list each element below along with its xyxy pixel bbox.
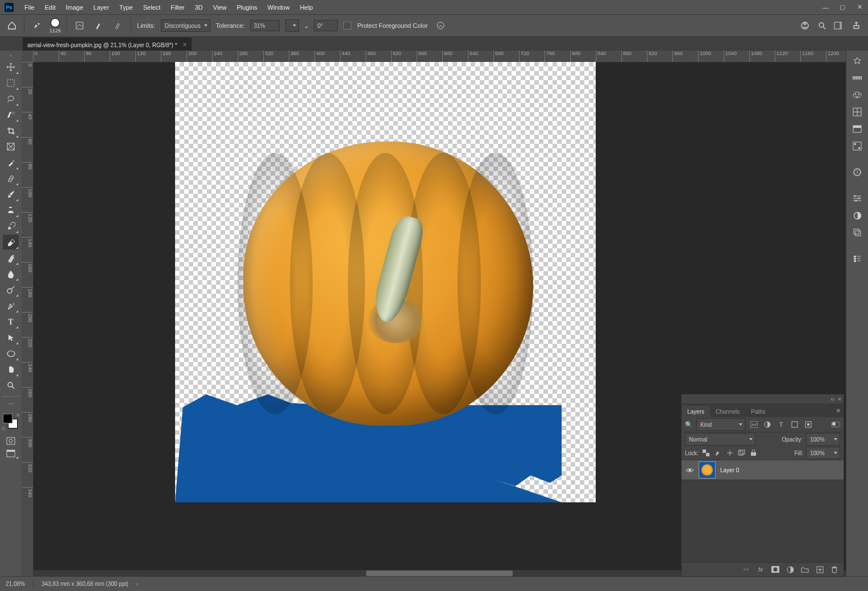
menu-edit[interactable]: Edit bbox=[40, 4, 61, 11]
layer-mask-icon[interactable] bbox=[771, 565, 780, 574]
menu-file[interactable]: File bbox=[19, 4, 40, 11]
minimize-button[interactable]: — bbox=[817, 2, 834, 13]
clone-stamp-tool[interactable] bbox=[3, 203, 19, 218]
menu-layer[interactable]: Layer bbox=[88, 4, 114, 11]
vertical-ruler[interactable]: 0204060801001201401601802002202402602803… bbox=[22, 62, 34, 577]
tab-paths[interactable]: Paths bbox=[745, 406, 771, 417]
adjustment-layer-icon[interactable] bbox=[786, 565, 795, 574]
share-button[interactable] bbox=[850, 19, 862, 32]
lock-artboard-icon[interactable] bbox=[737, 448, 746, 457]
edit-toolbar-button[interactable]: ⋯ bbox=[3, 400, 19, 408]
brush-settings-button[interactable] bbox=[73, 19, 86, 32]
marquee-tool[interactable] bbox=[3, 76, 19, 90]
dodge-tool[interactable] bbox=[3, 282, 19, 297]
move-tool[interactable] bbox=[3, 60, 19, 74]
lock-transparency-icon[interactable] bbox=[701, 448, 711, 457]
blur-tool[interactable] bbox=[3, 267, 19, 281]
new-layer-icon[interactable] bbox=[815, 565, 824, 574]
opacity-input[interactable]: 100% bbox=[806, 433, 840, 446]
layers-list[interactable]: Layer 0 bbox=[682, 460, 844, 562]
layers-panel-icon[interactable] bbox=[850, 226, 864, 239]
color-swatches[interactable]: ⤭ ◱ bbox=[3, 414, 19, 430]
tolerance-dropdown[interactable] bbox=[285, 19, 299, 32]
layer-visibility-icon[interactable] bbox=[685, 465, 694, 475]
path-selection-tool[interactable] bbox=[3, 330, 19, 345]
pressure-size-button[interactable] bbox=[434, 19, 447, 32]
default-colors-icon[interactable]: ◱ bbox=[2, 426, 6, 431]
tool-preset-picker[interactable] bbox=[30, 19, 44, 32]
menu-help[interactable]: Help bbox=[295, 4, 318, 11]
panel-close-icon[interactable]: × bbox=[838, 396, 841, 402]
libraries-panel-icon[interactable]: i bbox=[850, 165, 864, 179]
pen-tool[interactable] bbox=[3, 298, 19, 313]
swatches-panel-icon[interactable] bbox=[850, 71, 864, 85]
group-layers-icon[interactable] bbox=[800, 565, 809, 574]
lock-position-icon[interactable] bbox=[725, 448, 734, 457]
document-tab[interactable]: aerial-view-fresh-pumpkin.jpg @ 21,1% (L… bbox=[23, 38, 192, 52]
document-dimensions[interactable]: 343,83 mm x 360,68 mm (300 ppi) bbox=[41, 581, 128, 587]
menu-select[interactable]: Select bbox=[138, 4, 166, 11]
cloud-docs-button[interactable] bbox=[799, 19, 811, 32]
type-tool[interactable]: T bbox=[3, 314, 19, 329]
menu-type[interactable]: Type bbox=[114, 4, 138, 11]
status-flyout-icon[interactable]: › bbox=[136, 581, 138, 587]
frame-tool[interactable] bbox=[3, 139, 19, 154]
menu-image[interactable]: Image bbox=[61, 4, 89, 11]
menu-window[interactable]: Window bbox=[263, 4, 295, 11]
brush-tool[interactable] bbox=[3, 187, 19, 202]
horizontal-ruler[interactable]: 0408010012016020024028032036040044048052… bbox=[33, 51, 846, 63]
fill-input[interactable]: 100% bbox=[806, 447, 840, 459]
link-layers-icon[interactable]: ⚯ bbox=[741, 565, 750, 574]
toolbar-collapse-grip[interactable]: » bbox=[0, 53, 22, 59]
ruler-origin[interactable] bbox=[22, 51, 34, 63]
tab-layers[interactable]: Layers bbox=[682, 406, 710, 417]
history-brush-tool[interactable] bbox=[3, 219, 19, 234]
horizontal-scrollbar-thumb[interactable] bbox=[366, 571, 512, 576]
swap-colors-icon[interactable]: ⤭ bbox=[16, 413, 20, 418]
layer-thumbnail[interactable] bbox=[699, 461, 716, 478]
menu-filter[interactable]: Filter bbox=[165, 4, 189, 11]
filter-adjustment-icon[interactable] bbox=[762, 419, 773, 430]
adjustments-sliders-icon[interactable] bbox=[850, 192, 864, 205]
close-button[interactable]: ✕ bbox=[851, 2, 868, 13]
protect-foreground-checkbox[interactable] bbox=[343, 22, 351, 30]
filter-shape-icon[interactable] bbox=[790, 419, 800, 430]
sampling-once-button[interactable] bbox=[111, 19, 125, 32]
zoom-level[interactable]: 21,08% bbox=[6, 581, 25, 587]
quick-mask-button[interactable] bbox=[3, 435, 19, 447]
properties-panel-icon[interactable] bbox=[850, 122, 864, 136]
hand-tool[interactable] bbox=[3, 362, 19, 377]
healing-brush-tool[interactable] bbox=[3, 171, 19, 186]
menu-plugins[interactable]: Plugins bbox=[231, 4, 262, 11]
panel-menu-button[interactable]: ≡ bbox=[833, 407, 844, 414]
home-button[interactable] bbox=[6, 19, 18, 32]
shape-tool[interactable] bbox=[3, 346, 19, 361]
filter-type-icon[interactable]: T bbox=[776, 419, 786, 430]
delete-layer-icon[interactable] bbox=[830, 565, 839, 574]
angle-input[interactable]: 0° bbox=[314, 20, 338, 31]
limits-dropdown[interactable]: Discontiguous bbox=[161, 19, 210, 32]
adjustments-panel-icon[interactable] bbox=[850, 139, 864, 153]
lock-image-icon[interactable] bbox=[713, 448, 722, 457]
screen-mode-button[interactable] bbox=[3, 448, 19, 459]
crop-tool[interactable] bbox=[3, 123, 19, 138]
filter-kind-dropdown[interactable]: Kind bbox=[696, 418, 745, 431]
menu-view[interactable]: View bbox=[208, 4, 232, 11]
tolerance-input[interactable]: 31% bbox=[250, 20, 280, 31]
tab-channels[interactable]: Channels bbox=[710, 406, 745, 417]
filter-toggle[interactable] bbox=[831, 422, 840, 427]
sampling-continuous-button[interactable] bbox=[92, 19, 106, 32]
layer-row[interactable]: Layer 0 bbox=[682, 460, 844, 480]
channels-panel-icon[interactable] bbox=[850, 252, 864, 265]
blend-mode-dropdown[interactable]: Normal bbox=[685, 433, 755, 446]
search-button[interactable] bbox=[816, 19, 828, 32]
filter-smart-icon[interactable] bbox=[803, 419, 813, 430]
color-panel-icon[interactable] bbox=[850, 54, 864, 68]
gradients-panel-icon[interactable] bbox=[850, 88, 864, 102]
panel-collapse-icon[interactable]: ‹‹ bbox=[830, 396, 834, 402]
brush-preset-picker[interactable]: 1129 bbox=[49, 18, 61, 34]
layer-fx-icon[interactable]: fx bbox=[756, 565, 765, 574]
zoom-tool[interactable] bbox=[3, 378, 19, 393]
gradient-tool[interactable] bbox=[3, 251, 19, 265]
quick-selection-tool[interactable] bbox=[3, 107, 19, 122]
